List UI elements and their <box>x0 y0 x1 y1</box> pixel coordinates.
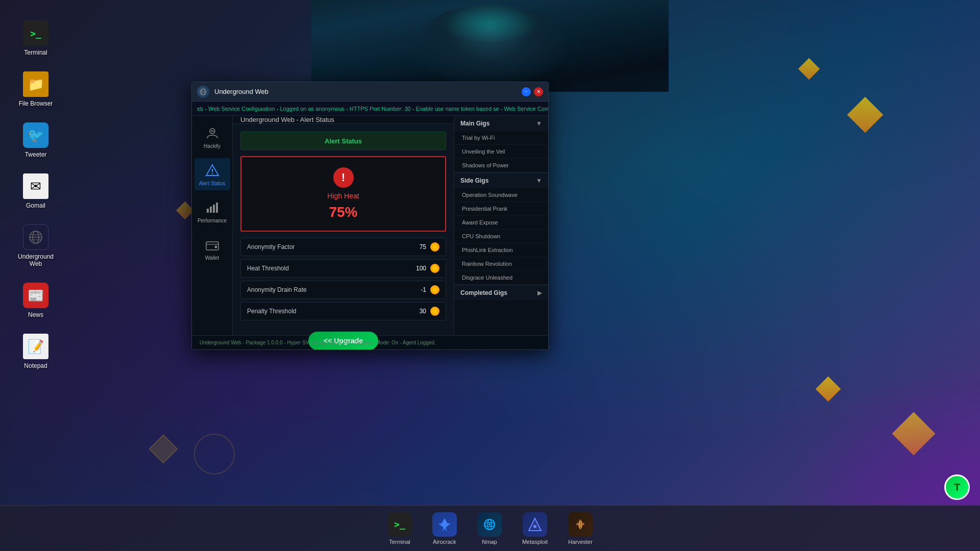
stat-dot-0 <box>430 242 439 252</box>
gig-item-unveiling-the-veil[interactable]: Unveiling the Veil <box>454 145 548 159</box>
svg-rect-9 <box>211 130 214 132</box>
terminal-icon: >_ <box>23 20 48 46</box>
file-browser-label: File Browser <box>19 100 53 107</box>
taskbar-item-harvester[interactable]: Harvester <box>563 509 598 548</box>
gig-item-cpu-shutdown[interactable]: CPU Shutdown <box>454 230 548 243</box>
gig-item-trial-by-wifi[interactable]: Trial by Wi-Fi <box>454 131 548 145</box>
stat-row-drain-rate: Anonymity Drain Rate -1 <box>240 281 446 299</box>
main-panel: Underground Web - Alert Status Alert Sta… <box>233 116 454 335</box>
panel-title: Underground Web - Alert Status <box>240 116 334 123</box>
stat-label-2: Anonymity Drain Rate <box>247 286 402 293</box>
desktop-icon-tweeter[interactable]: 🐦 Tweeter <box>15 122 56 158</box>
tweeter-label: Tweeter <box>25 151 47 158</box>
wallet-icon <box>204 237 220 253</box>
window-controls: − ✕ <box>522 87 543 96</box>
sidebar-item-hackify[interactable]: Hackify <box>194 121 230 153</box>
svg-rect-13 <box>207 209 209 213</box>
taskbar-item-nmap[interactable]: Nmap <box>472 509 507 548</box>
underground-web-icon <box>23 224 48 250</box>
hackify-label: Hackify <box>204 143 220 149</box>
alert-warning-icon: ! <box>333 167 354 188</box>
desktop-icon-list: >_ Terminal 📁 File Browser 🐦 Tweeter ✉ G… <box>15 20 56 369</box>
app-status-text: Underground Web - Package 1.0.0.0 - Hype… <box>200 340 436 345</box>
tweeter-icon: 🐦 <box>23 122 48 148</box>
scroll-status-bar: eb - Web Service Configuration - Logged … <box>192 102 548 116</box>
taskbar-terminal-label: Terminal <box>389 539 410 545</box>
gig-item-award-expose[interactable]: Award Expose <box>454 216 548 230</box>
alert-box: ! High Heat 75% <box>240 156 446 232</box>
wallet-label: Wallet <box>205 255 219 261</box>
app-sidebar: Hackify Alert Status <box>192 116 233 335</box>
main-gigs-header[interactable]: Main Gigs ▼ <box>454 116 548 131</box>
panel-body: Alert Status ! High Heat 75% Anonymity F… <box>233 124 454 350</box>
desktop-icon-news[interactable]: 📰 News <box>15 283 56 318</box>
taskbar-harvester-label: Harvester <box>568 539 593 545</box>
stats-list: Anonymity Factor 75 Heat Threshold 100 A… <box>240 238 446 320</box>
stat-row-heat-threshold: Heat Threshold 100 <box>240 259 446 278</box>
gig-item-disgrace-unleashed[interactable]: Disgrace Unleashed <box>454 271 548 285</box>
main-gigs-list: Trial by Wi-Fi Unveiling the Veil Shadow… <box>454 131 548 172</box>
taskbar-terminal-icon: >_ <box>387 512 412 537</box>
taskbar-metasploit-label: Metasploit <box>522 539 548 545</box>
taskbar-harvester-icon <box>568 512 593 537</box>
gig-item-rainbow-revolution[interactable]: Rainbow Revolution <box>454 257 548 271</box>
upgrade-section: << Upgrade <box>240 327 446 350</box>
decorative-diamond-2 <box>847 97 884 133</box>
stat-value-3: 30 <box>406 308 426 315</box>
stat-label-0: Anonymity Factor <box>247 243 402 251</box>
sidebar-item-wallet[interactable]: Wallet <box>194 233 230 265</box>
notepad-label: Notepad <box>24 362 47 369</box>
stat-value-0: 75 <box>406 243 426 251</box>
stat-dot-1 <box>430 264 439 273</box>
stat-row-penalty-threshold: Penalty Threshold 30 <box>240 302 446 320</box>
taskbar-item-metasploit[interactable]: Metasploit <box>517 509 553 548</box>
desktop-icon-underground-web[interactable]: Underground Web <box>15 224 56 267</box>
svg-point-23 <box>488 523 491 525</box>
sidebar-item-performance[interactable]: Performance <box>194 195 230 228</box>
stat-value-2: -1 <box>406 286 426 293</box>
taskbar-airocrack-label: Airocrack <box>433 539 456 545</box>
character-portrait <box>311 0 669 92</box>
svg-marker-19 <box>438 518 451 532</box>
bottom-right-t-icon[interactable]: T <box>944 474 970 500</box>
desktop-icon-gomail[interactable]: ✉ Gomail <box>15 173 56 209</box>
side-gigs-list: Operation Soundwave Presidential Prank A… <box>454 188 548 285</box>
hackify-icon <box>204 125 220 141</box>
close-button[interactable]: ✕ <box>534 87 543 96</box>
svg-rect-15 <box>213 205 215 213</box>
sidebar-item-alert-status[interactable]: Alert Status <box>194 158 230 190</box>
panel-title-bar: Underground Web - Alert Status <box>233 116 454 124</box>
gig-item-presidential-prank[interactable]: Presidential Prank <box>454 202 548 216</box>
stat-label-3: Penalty Threshold <box>247 308 402 315</box>
taskbar-item-terminal[interactable]: >_ Terminal <box>382 509 417 548</box>
alert-status-label: Alert Status <box>199 181 226 186</box>
gig-item-operation-soundwave[interactable]: Operation Soundwave <box>454 188 548 202</box>
gomail-icon: ✉ <box>23 173 48 199</box>
desktop-icon-terminal[interactable]: >_ Terminal <box>15 20 56 56</box>
taskbar-nmap-label: Nmap <box>482 539 497 545</box>
completed-gigs-title: Completed Gigs <box>460 289 535 296</box>
side-gigs-arrow-icon: ▼ <box>536 177 542 184</box>
svg-point-26 <box>533 525 536 528</box>
terminal-label: Terminal <box>24 49 47 56</box>
svg-point-18 <box>214 246 217 248</box>
alert-percentage: 75% <box>329 204 357 220</box>
svg-rect-14 <box>210 207 212 213</box>
app-window: Underground Web − ✕ eb - Web Service Con… <box>191 82 549 350</box>
desktop-icon-notepad[interactable]: 📝 Notepad <box>15 334 56 369</box>
news-label: News <box>28 311 43 318</box>
taskbar-nmap-icon <box>477 512 502 537</box>
main-gigs-title: Main Gigs <box>460 120 533 127</box>
decorative-small-diamond <box>149 435 178 464</box>
gig-item-phishlink-extraction[interactable]: PhishLink Extraction <box>454 243 548 257</box>
desktop-icon-file-browser[interactable]: 📁 File Browser <box>15 71 56 107</box>
taskbar-item-airocrack[interactable]: Airocrack <box>427 509 462 548</box>
completed-gigs-header[interactable]: Completed Gigs ▶ <box>454 285 548 300</box>
gigs-panel: Main Gigs ▼ Trial by Wi-Fi Unveiling the… <box>454 116 548 335</box>
gig-item-shadows-of-power[interactable]: Shadows of Power <box>454 159 548 172</box>
decorative-diamond-1 <box>798 58 820 80</box>
minimize-button[interactable]: − <box>522 87 531 96</box>
taskbar-metasploit-icon <box>523 512 547 537</box>
alert-status-icon <box>204 162 220 179</box>
side-gigs-header[interactable]: Side Gigs ▼ <box>454 173 548 188</box>
